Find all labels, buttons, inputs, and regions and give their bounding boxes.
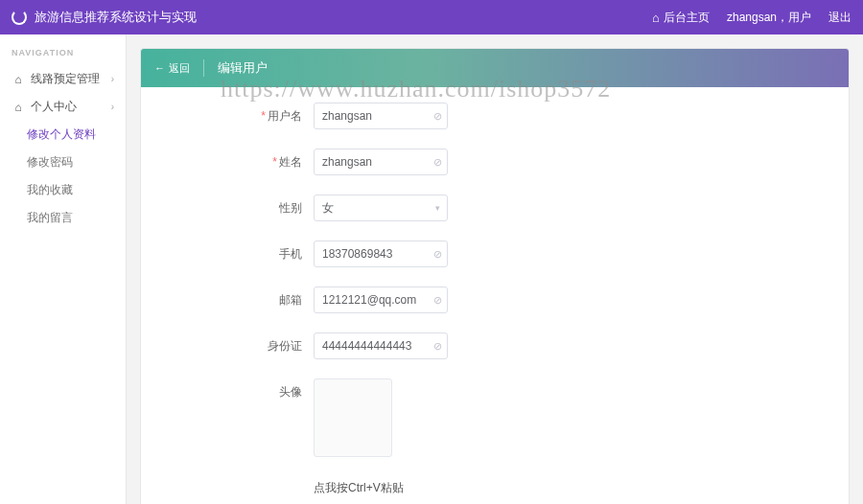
realname-input[interactable] bbox=[314, 149, 448, 175]
arrow-left-icon: ← bbox=[154, 62, 165, 74]
header-divider bbox=[203, 59, 204, 77]
logo-icon bbox=[12, 10, 27, 25]
sidebar-sub-change-password[interactable]: 修改密码 bbox=[0, 149, 126, 176]
row-email: 邮箱 ⊘ bbox=[141, 286, 849, 313]
idcard-input[interactable] bbox=[314, 332, 448, 359]
home-link[interactable]: ⌂ 后台主页 bbox=[652, 10, 710, 26]
avatar-label: 头像 bbox=[279, 385, 302, 399]
avatar-upload-box[interactable] bbox=[314, 378, 392, 457]
required-mark: * bbox=[272, 155, 277, 169]
chevron-right-icon: › bbox=[111, 102, 114, 112]
home-icon: ⌂ bbox=[652, 11, 660, 25]
logout-link[interactable]: 退出 bbox=[828, 10, 851, 26]
sidebar-item-route-booking[interactable]: ⌂ 线路预定管理 › bbox=[0, 65, 126, 93]
row-idcard: 身份证 ⊘ bbox=[141, 332, 849, 359]
idcard-label: 身份证 bbox=[268, 339, 302, 353]
top-bar: 旅游信息推荐系统设计与实现 ⌂ 后台主页 zhangsan，用户 退出 bbox=[0, 0, 863, 34]
sidebar-sub-edit-profile[interactable]: 修改个人资料 bbox=[0, 121, 126, 149]
gender-select[interactable] bbox=[314, 195, 448, 221]
sidebar: NAVIGATION ⌂ 线路预定管理 › ⌂ 个人中心 › 修改个人资料 修改… bbox=[0, 34, 127, 504]
nav-header: NAVIGATION bbox=[0, 44, 126, 65]
app-title: 旅游信息推荐系统设计与实现 bbox=[35, 9, 197, 26]
email-input[interactable] bbox=[314, 286, 448, 313]
sidebar-item-personal-center[interactable]: ⌂ 个人中心 › bbox=[0, 93, 126, 121]
username-label: 用户名 bbox=[268, 109, 302, 123]
row-gender: 性别 ▾ bbox=[141, 195, 849, 221]
sidebar-sub-my-favorites[interactable]: 我的收藏 bbox=[0, 176, 126, 204]
panel-title: 编辑用户 bbox=[218, 59, 268, 77]
realname-label: 姓名 bbox=[279, 155, 302, 169]
sidebar-sub-my-messages[interactable]: 我的留言 bbox=[0, 204, 126, 232]
phone-label: 手机 bbox=[279, 247, 302, 261]
phone-input[interactable] bbox=[314, 241, 448, 267]
home-icon: ⌂ bbox=[12, 101, 25, 114]
avatar-paste-hint: 点我按Ctrl+V粘贴 bbox=[314, 480, 849, 496]
form-area: *用户名 ⊘ *姓名 ⊘ bbox=[141, 87, 849, 504]
row-avatar: 头像 点我按Ctrl+V粘贴 bbox=[141, 378, 849, 496]
email-label: 邮箱 bbox=[279, 293, 302, 307]
user-link[interactable]: zhangsan，用户 bbox=[727, 10, 811, 26]
content-area: ← 返回 编辑用户 *用户名 ⊘ *姓名 bbox=[127, 34, 863, 504]
required-mark: * bbox=[261, 109, 266, 123]
sidebar-item-label: 线路预定管理 bbox=[31, 71, 100, 87]
username-input[interactable] bbox=[314, 103, 448, 129]
logo-wrap: 旅游信息推荐系统设计与实现 bbox=[12, 9, 197, 26]
home-icon: ⌂ bbox=[12, 73, 25, 86]
gender-label: 性别 bbox=[279, 201, 302, 215]
row-username: *用户名 ⊘ bbox=[141, 103, 849, 129]
back-button[interactable]: ← 返回 bbox=[154, 61, 190, 76]
sidebar-item-label: 个人中心 bbox=[31, 99, 77, 115]
row-phone: 手机 ⊘ bbox=[141, 241, 849, 267]
back-label: 返回 bbox=[169, 61, 190, 76]
panel-header: ← 返回 编辑用户 bbox=[141, 49, 849, 87]
edit-user-panel: ← 返回 编辑用户 *用户名 ⊘ *姓名 bbox=[140, 48, 850, 504]
home-link-label: 后台主页 bbox=[664, 10, 710, 26]
row-realname: *姓名 ⊘ bbox=[141, 149, 849, 175]
chevron-right-icon: › bbox=[111, 74, 114, 84]
